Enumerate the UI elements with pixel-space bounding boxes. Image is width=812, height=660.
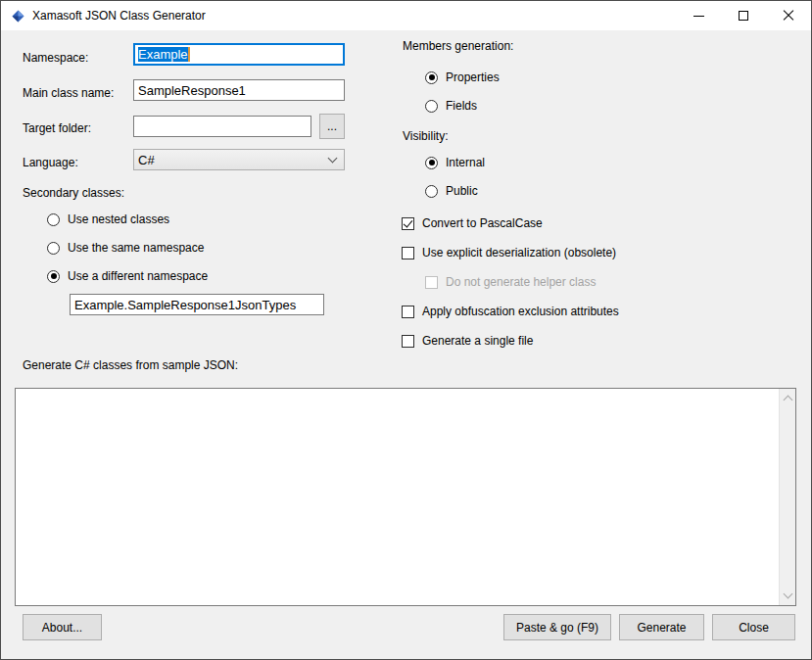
radio-label: Use a different namespace (68, 269, 208, 283)
paste-go-button-label: Paste & go (F9) (516, 621, 598, 635)
radio-public[interactable]: Public (425, 184, 478, 198)
radio-use-same-namespace[interactable]: Use the same namespace (47, 241, 204, 255)
checkbox-icon (402, 335, 414, 348)
secondary-namespace-value: Example.SampleResponse1JsonTypes (74, 298, 296, 312)
scroll-down-icon[interactable] (783, 589, 792, 599)
main-class-input[interactable]: SampleResponse1 (133, 79, 345, 101)
radio-label: Public (446, 184, 478, 198)
target-folder-label: Target folder: (23, 121, 91, 135)
app-window: Xamasoft JSON Class Generator Namespace:… (0, 0, 812, 660)
language-label: Language: (23, 156, 78, 169)
namespace-input[interactable]: Example (133, 43, 345, 66)
radio-properties[interactable]: Properties (425, 71, 500, 84)
main-class-value: SampleResponse1 (138, 83, 246, 98)
about-button-label: About... (42, 621, 82, 635)
checkbox-label: Generate a single file (422, 334, 533, 348)
radio-icon (47, 270, 60, 283)
checkbox-no-helper-class: Do not generate helper class (425, 275, 596, 289)
checkbox-icon (402, 306, 414, 318)
namespace-label: Namespace: (23, 51, 88, 65)
radio-use-nested-classes[interactable]: Use nested classes (47, 212, 169, 226)
main-class-label: Main class name: (23, 86, 114, 100)
checkbox-convert-pascalcase[interactable]: Convert to PascalCase (402, 216, 543, 230)
radio-label: Internal (446, 156, 485, 169)
members-generation-label: Members generation: (403, 39, 513, 53)
target-folder-input[interactable] (133, 116, 311, 137)
radio-label: Properties (446, 71, 500, 84)
checkbox-icon (402, 247, 414, 259)
json-input-area[interactable] (15, 388, 796, 606)
radio-internal[interactable]: Internal (425, 156, 485, 169)
maximize-button[interactable] (721, 1, 766, 30)
window-title: Xamasoft JSON Class Generator (32, 9, 676, 23)
checkbox-single-file[interactable]: Generate a single file (402, 334, 533, 348)
radio-label: Use the same namespace (68, 241, 204, 255)
language-select[interactable]: C# (133, 149, 345, 170)
visibility-label: Visibility: (403, 129, 448, 143)
radio-use-different-namespace[interactable]: Use a different namespace (47, 269, 208, 283)
combo-arrow-icon (328, 154, 338, 164)
namespace-value: Example (138, 47, 188, 62)
minimize-icon (693, 16, 704, 17)
checkbox-obfuscation-exclusion[interactable]: Apply obfuscation exclusion attributes (402, 305, 619, 318)
generate-button[interactable]: Generate (619, 614, 704, 640)
checkbox-icon (402, 217, 414, 230)
language-value: C# (138, 153, 329, 167)
checkbox-label: Do not generate helper class (446, 275, 596, 289)
app-icon (12, 10, 24, 23)
close-icon (783, 10, 794, 22)
secondary-classes-label: Secondary classes: (23, 186, 124, 200)
radio-icon (425, 157, 438, 169)
radio-icon (47, 242, 60, 255)
json-input-label: Generate C# classes from sample JSON: (23, 358, 238, 372)
close-button-label: Close (739, 621, 769, 635)
radio-icon (425, 71, 438, 84)
minimize-button[interactable] (676, 1, 721, 30)
radio-label: Fields (446, 99, 477, 113)
checkbox-label: Apply obfuscation exclusion attributes (422, 305, 619, 318)
text-caret (188, 47, 190, 62)
close-dialog-button[interactable]: Close (712, 614, 795, 640)
secondary-namespace-input[interactable]: Example.SampleResponse1JsonTypes (70, 294, 324, 315)
browse-folder-button[interactable]: ... (319, 114, 345, 139)
checkbox-label: Use explicit deserialization (obsolete) (422, 246, 616, 259)
generate-button-label: Generate (637, 621, 686, 635)
radio-icon (425, 185, 438, 198)
scroll-up-icon[interactable] (783, 396, 792, 405)
radio-fields[interactable]: Fields (425, 99, 477, 113)
browse-icon: ... (327, 119, 337, 133)
radio-icon (47, 213, 60, 226)
json-input-text[interactable] (16, 389, 779, 605)
paste-go-button[interactable]: Paste & go (F9) (503, 614, 611, 640)
about-button[interactable]: About... (23, 614, 102, 640)
vertical-scrollbar[interactable] (779, 389, 795, 605)
title-bar: Xamasoft JSON Class Generator (1, 1, 811, 30)
maximize-icon (739, 11, 748, 21)
radio-icon (425, 100, 438, 113)
checkbox-label: Convert to PascalCase (422, 216, 543, 230)
close-button[interactable] (766, 1, 811, 30)
checkbox-explicit-deserialization[interactable]: Use explicit deserialization (obsolete) (402, 246, 616, 259)
checkbox-icon (425, 276, 438, 289)
form-content: Namespace: Example Main class name: Samp… (1, 30, 811, 659)
radio-label: Use nested classes (68, 212, 169, 226)
